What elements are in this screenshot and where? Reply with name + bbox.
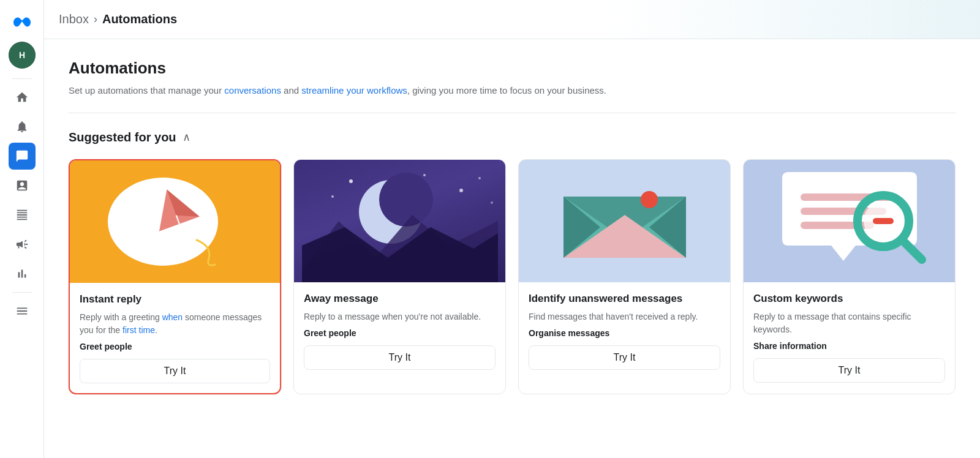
sidebar: H [0,0,44,458]
breadcrumb-inbox[interactable]: Inbox [59,12,89,26]
card-description-unanswered: Find messages that haven't received a re… [529,310,720,323]
card-title-custom-keywords: Custom keywords [753,292,945,306]
svg-text:H: H [18,50,24,60]
svg-point-23 [641,191,658,208]
card-image-unanswered [519,160,730,282]
sidebar-item-announcements[interactable] [9,231,36,258]
card-body-custom-keywords: Custom keywords Reply to a message that … [744,282,955,351]
svg-rect-30 [873,218,894,224]
sidebar-divider-2 [12,292,32,293]
card-instant-reply[interactable]: Instant reply Reply with a greeting when… [69,159,281,394]
try-it-button-instant-reply[interactable]: Try It [80,359,270,383]
sidebar-item-analytics[interactable] [9,260,36,287]
sidebar-divider-1 [12,78,32,79]
svg-point-13 [491,201,493,204]
content-area: Automations Set up automations that mana… [44,39,980,458]
page-title: Automations [69,59,956,78]
conversations-link[interactable]: conversations [224,85,281,96]
card-image-away-message [294,160,505,282]
page-description: Set up automations that manage your conv… [69,84,956,98]
card-image-custom-keywords [744,160,955,282]
card-title-instant-reply: Instant reply [80,293,270,306]
first-time-link[interactable]: first time [123,325,155,335]
user-avatar[interactable]: H [9,42,36,69]
meta-logo [9,7,36,34]
card-description-custom-keywords: Reply to a message that contains specifi… [753,310,945,336]
cards-grid: Instant reply Reply with a greeting when… [69,159,956,394]
svg-rect-26 [801,222,874,229]
card-unanswered[interactable]: Identify unanswered messages Find messag… [518,159,731,394]
main-container: Inbox › Automations Automations Set up a… [44,0,980,458]
breadcrumb: Inbox › Automations [59,12,177,26]
try-it-button-unanswered[interactable]: Try It [529,345,720,370]
breadcrumb-separator: › [94,13,97,26]
card-footer-unanswered: Try It [519,338,730,380]
card-footer-custom-keywords: Try It [744,351,955,392]
card-title-away-message: Away message [304,292,496,306]
svg-point-7 [349,179,353,183]
content-divider [69,113,956,113]
card-tag-instant-reply: Greet people [80,342,270,351]
when-link[interactable]: when [162,312,183,322]
card-body-unanswered: Identify unanswered messages Find messag… [519,282,730,338]
svg-point-9 [459,189,463,192]
card-footer-away-message: Try It [294,338,505,380]
svg-point-8 [423,174,426,176]
section-header: Suggested for you ∧ [69,130,956,145]
card-footer-instant-reply: Try It [70,351,280,393]
workflows-link[interactable]: streamline your workflows [301,85,407,96]
card-description-away-message: Reply to a message when you're not avail… [304,310,496,323]
sidebar-item-pages[interactable] [9,172,36,199]
sidebar-item-menu[interactable] [9,298,36,325]
svg-point-10 [478,177,481,179]
try-it-button-away-message[interactable]: Try It [304,345,496,370]
card-custom-keywords[interactable]: Custom keywords Reply to a message that … [743,159,956,394]
card-body-instant-reply: Instant reply Reply with a greeting when… [70,283,280,351]
card-image-instant-reply [70,160,280,283]
card-description-instant-reply: Reply with a greeting when someone messa… [80,311,270,337]
card-away-message[interactable]: Away message Reply to a message when you… [293,159,506,394]
try-it-button-custom-keywords[interactable]: Try It [753,358,945,383]
sidebar-item-inbox[interactable] [9,143,36,170]
sidebar-item-table[interactable] [9,201,36,228]
card-title-unanswered: Identify unanswered messages [529,292,720,306]
card-tag-unanswered: Organise messages [529,328,720,338]
svg-point-15 [379,173,433,227]
card-tag-away-message: Greet people [304,328,496,338]
section-title: Suggested for you [69,130,176,145]
top-header: Inbox › Automations [44,0,980,39]
sidebar-item-notifications[interactable] [9,113,36,140]
sidebar-item-home[interactable] [9,84,36,111]
svg-point-11 [331,195,334,198]
breadcrumb-current: Automations [102,12,177,26]
section-toggle[interactable]: ∧ [183,130,190,144]
card-body-away-message: Away message Reply to a message when you… [294,282,505,338]
card-tag-custom-keywords: Share information [753,341,945,351]
